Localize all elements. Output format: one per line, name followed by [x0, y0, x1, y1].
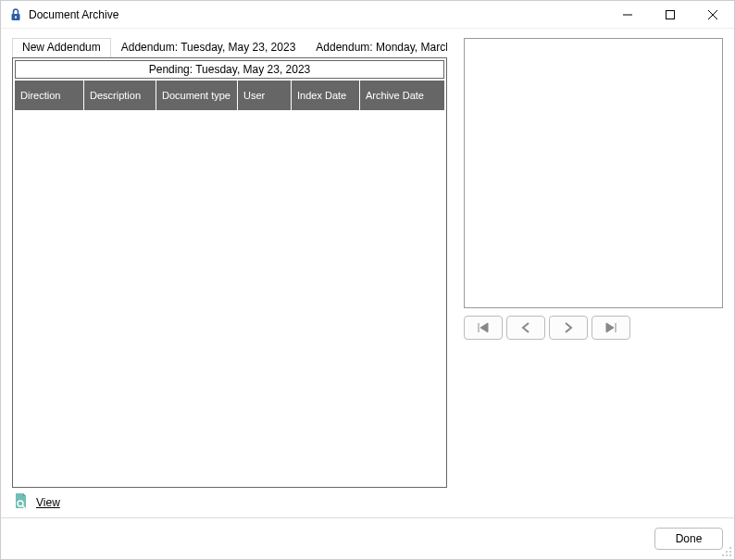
table-body: [15, 110, 444, 485]
lock-icon: [8, 7, 23, 22]
left-pane: New AddendumAddendum: Tuesday, May 23, 2…: [12, 38, 447, 513]
column-header-3[interactable]: User: [237, 81, 291, 110]
window-controls: [606, 1, 734, 28]
next-button[interactable]: [549, 316, 588, 340]
svg-rect-4: [666, 11, 675, 19]
tab-0[interactable]: New Addendum: [12, 38, 111, 58]
view-link[interactable]: View: [36, 496, 60, 509]
preview-pane: [464, 38, 723, 308]
svg-point-13: [726, 554, 728, 556]
nav-buttons: [464, 316, 723, 340]
titlebar: Document Archive: [1, 1, 734, 29]
right-pane: [464, 38, 723, 513]
pending-header: Pending: Tuesday, May 23, 2023: [15, 60, 444, 79]
svg-point-11: [726, 551, 728, 553]
last-button[interactable]: [592, 316, 630, 340]
column-header-1[interactable]: Description: [83, 81, 156, 110]
window-title: Document Archive: [29, 8, 606, 21]
tab-1[interactable]: Addendum: Tuesday, May 23, 2023: [111, 38, 306, 58]
tabs: New AddendumAddendum: Tuesday, May 23, 2…: [12, 38, 447, 58]
column-header-4[interactable]: Index Date: [291, 81, 359, 110]
tab-2[interactable]: Addendum: Monday, March 27, 2023: [305, 38, 447, 58]
column-header-2[interactable]: Document type: [156, 81, 237, 110]
table-header: DirectionDescriptionDocument typeUserInd…: [15, 81, 444, 110]
done-button[interactable]: Done: [654, 528, 723, 550]
document-view-icon: [12, 492, 31, 513]
svg-point-10: [729, 551, 731, 553]
first-button[interactable]: [464, 316, 503, 340]
svg-point-9: [729, 547, 731, 549]
maximize-button[interactable]: [649, 1, 691, 29]
table-container: Pending: Tuesday, May 23, 2023 Direction…: [12, 57, 447, 488]
view-row: View: [12, 492, 447, 513]
close-button[interactable]: [691, 1, 734, 29]
svg-point-14: [722, 554, 724, 556]
svg-point-12: [729, 554, 731, 556]
svg-rect-2: [16, 17, 17, 19]
resize-grip-icon[interactable]: [721, 546, 732, 557]
column-header-0[interactable]: Direction: [15, 81, 83, 110]
prev-button[interactable]: [506, 316, 545, 340]
column-header-5[interactable]: Archive Date: [359, 81, 433, 110]
minimize-button[interactable]: [606, 1, 649, 29]
footer: Done: [1, 517, 734, 559]
